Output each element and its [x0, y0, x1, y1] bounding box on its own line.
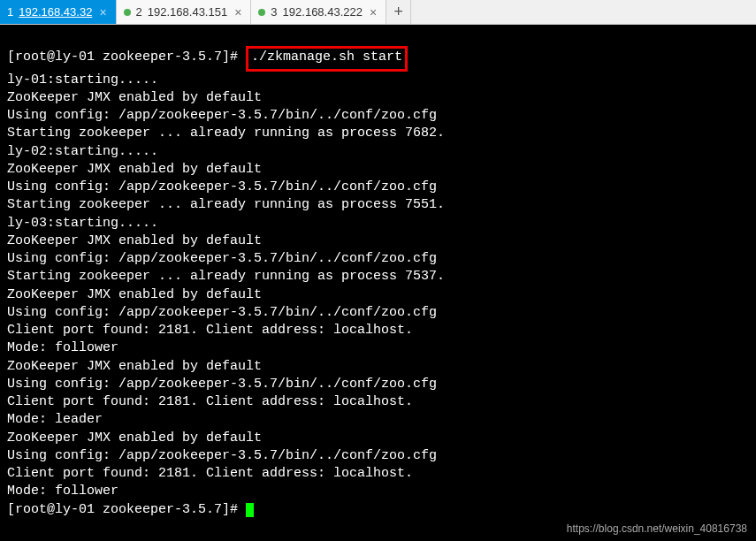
close-icon[interactable]: ×: [368, 5, 378, 19]
output-line: Using config: /app/zookeeper-3.5.7/bin/.…: [7, 447, 749, 465]
output-line: Using config: /app/zookeeper-3.5.7/bin/.…: [7, 107, 749, 125]
tab-label: 192.168.43.222: [283, 5, 363, 19]
output-line: ly-01:starting.....: [7, 72, 749, 89]
output-line: ZooKeeper JMX enabled by default: [7, 232, 749, 250]
prompt-text: [root@ly-01 zookeeper-3.5.7]#: [7, 50, 246, 65]
tab-index: 3: [271, 5, 277, 19]
terminal[interactable]: [root@ly-01 zookeeper-3.5.7]# ./zkmanage…: [0, 25, 756, 541]
tab-label: 192.168.43.151: [148, 5, 227, 19]
prompt-text: [root@ly-01 zookeeper-3.5.7]#: [7, 502, 246, 517]
output-line: Client port found: 2181. Client address:…: [7, 322, 749, 339]
status-dot-icon: [124, 9, 131, 16]
watermark: https://blog.csdn.net/weixin_40816738: [567, 522, 747, 536]
output-line: ly-03:starting.....: [7, 215, 749, 232]
tab-1[interactable]: 1 192.168.43.32 ×: [0, 0, 117, 24]
output-line: ZooKeeper JMX enabled by default: [7, 286, 749, 304]
output-line: Starting zookeeper ... already running a…: [7, 268, 749, 286]
output-line: Using config: /app/zookeeper-3.5.7/bin/.…: [7, 250, 749, 268]
tab-bar: 1 192.168.43.32 × 2 192.168.43.151 × 3 1…: [0, 0, 756, 25]
output-line: ZooKeeper JMX enabled by default: [7, 430, 749, 447]
output-line: ZooKeeper JMX enabled by default: [7, 358, 749, 376]
output-line: Client port found: 2181. Client address:…: [7, 393, 749, 411]
tab-2[interactable]: 2 192.168.43.151 ×: [117, 0, 252, 24]
output-line: Starting zookeeper ... already running a…: [7, 125, 749, 142]
output-line: Using config: /app/zookeeper-3.5.7/bin/.…: [7, 376, 749, 393]
output-line: Mode: leader: [7, 411, 749, 429]
output-line: Mode: follower: [7, 483, 749, 500]
output-line: Using config: /app/zookeeper-3.5.7/bin/.…: [7, 179, 749, 196]
output-line: Client port found: 2181. Client address:…: [7, 465, 749, 483]
tab-index: 1: [7, 5, 13, 19]
status-dot-icon: [258, 9, 265, 16]
tab-3[interactable]: 3 192.168.43.222 ×: [251, 0, 386, 24]
close-icon[interactable]: ×: [233, 5, 243, 19]
output-line: Using config: /app/zookeeper-3.5.7/bin/.…: [7, 304, 749, 322]
output-line: ly-02:starting.....: [7, 143, 749, 161]
output-line: Starting zookeeper ... already running a…: [7, 196, 749, 214]
tab-label: 192.168.43.32: [19, 5, 92, 19]
output-line: Mode: follower: [7, 339, 749, 357]
output-line: ZooKeeper JMX enabled by default: [7, 161, 749, 179]
prompt-line: [root@ly-01 zookeeper-3.5.7]#: [7, 501, 749, 519]
add-tab-button[interactable]: +: [386, 0, 411, 24]
close-icon[interactable]: ×: [97, 5, 108, 19]
highlighted-command: ./zkmanage.sh start: [246, 46, 408, 71]
output-line: ZooKeeper JMX enabled by default: [7, 89, 749, 107]
cursor-icon: [246, 503, 254, 517]
prompt-line: [root@ly-01 zookeeper-3.5.7]# ./zkmanage…: [7, 48, 749, 71]
tab-index: 2: [136, 5, 142, 19]
